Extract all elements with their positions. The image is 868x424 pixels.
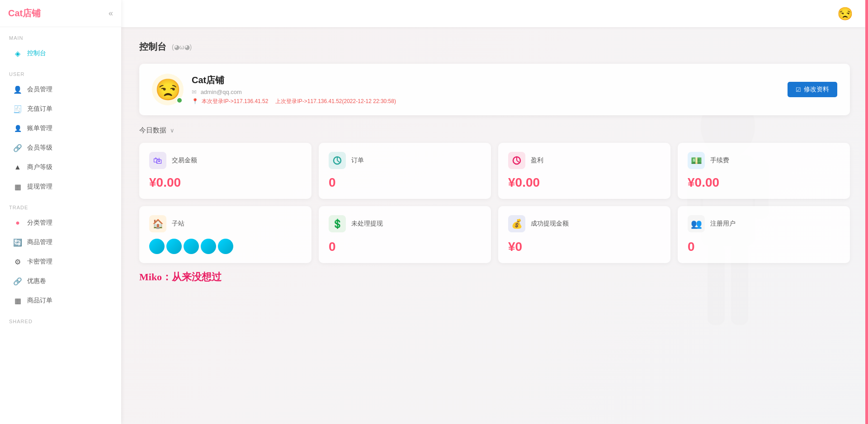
accounts-icon: 👤 xyxy=(13,123,23,133)
sidebar-collapse-button[interactable]: « xyxy=(108,9,113,18)
sidebar-item-members-label: 会员管理 xyxy=(27,85,52,94)
profile-online-indicator xyxy=(176,97,183,104)
success-withdraw-value: ¥0 xyxy=(508,240,660,254)
sidebar-item-orders[interactable]: ▦ 商品订单 xyxy=(4,291,118,310)
new-users-icon: 👥 xyxy=(688,215,705,232)
profile-card: 😒 Cat店铺 ✉ admin@qq.com 📍 本次登录IP->117.136… xyxy=(139,64,850,115)
profit-value: ¥0.00 xyxy=(508,175,660,190)
last-ip: 上次登录IP->117.136.41.52(2022-12-12 22:30:5… xyxy=(275,98,396,105)
sidebar-item-merchant-level[interactable]: ▲ 商户等级 xyxy=(4,158,118,177)
orders-stat-label: 订单 xyxy=(351,156,364,165)
orders-stat-icon xyxy=(329,152,346,169)
sidebar-item-withdraw-label: 提现管理 xyxy=(27,183,52,191)
new-users-label: 注册用户 xyxy=(710,220,736,228)
sidebar-item-cards[interactable]: ⚙ 卡密管理 xyxy=(4,252,118,271)
profile-info: Cat店铺 ✉ admin@qq.com 📍 本次登录IP->117.136.4… xyxy=(192,74,788,105)
sidebar-item-categories-label: 分类管理 xyxy=(27,219,52,227)
sidebar-item-dashboard-label: 控制台 xyxy=(27,49,46,57)
pending-withdraw-icon: 💲 xyxy=(329,215,346,232)
sidebar-item-dashboard[interactable]: ◈ 控制台 xyxy=(4,44,118,63)
current-ip: 📍 本次登录IP->117.136.41.52 xyxy=(192,98,268,105)
circle-5 xyxy=(218,239,233,254)
coupons-icon: 🔗 xyxy=(13,276,23,286)
sidebar-item-accounts[interactable]: 👤 账单管理 xyxy=(4,119,118,138)
withdraw-icon: ▦ xyxy=(13,182,23,192)
sidebar-header: Cat店铺 « xyxy=(0,0,121,27)
stat-card-header: 🏠 子站 xyxy=(149,215,302,232)
profit-label: 盈利 xyxy=(531,156,543,165)
sidebar-item-cards-label: 卡密管理 xyxy=(27,258,52,266)
orders-icon: ▦ xyxy=(13,296,23,306)
fee-label: 手续费 xyxy=(710,156,729,165)
stat-card-header: 订单 xyxy=(329,152,481,169)
categories-icon: ● xyxy=(13,218,23,228)
sidebar-item-member-level[interactable]: 🔗 会员等级 xyxy=(4,138,118,157)
cards-icon: ⚙ xyxy=(13,257,23,267)
sidebar-item-recharge-label: 充值订单 xyxy=(27,105,52,113)
topbar: 😒 xyxy=(121,0,868,27)
location-icon: 📍 xyxy=(192,98,198,104)
stat-card-trade-amount: 🛍 交易金额 ¥0.00 xyxy=(139,143,311,199)
substation-icon: 🏠 xyxy=(149,215,166,232)
pending-withdraw-value: 0 xyxy=(329,240,481,254)
marquee-section: Miko：从来没想过 xyxy=(139,270,850,284)
sidebar-section-shared: SHARED xyxy=(0,311,121,327)
right-edge-decoration xyxy=(865,0,868,424)
profile-name: Cat店铺 xyxy=(192,74,788,86)
stat-card-substation: 🏠 子站 xyxy=(139,206,311,263)
sidebar-item-coupons[interactable]: 🔗 优惠卷 xyxy=(4,272,118,291)
circle-1 xyxy=(149,239,165,254)
stat-card-orders: 订单 0 xyxy=(319,143,491,199)
recharge-icon: 🧾 xyxy=(13,104,23,114)
sidebar-nav: MAIN ◈ 控制台 USER 👤 会员管理 🧾 充值订单 👤 账单管理 🔗 会… xyxy=(0,27,121,424)
sidebar-item-withdraw[interactable]: ▦ 提现管理 xyxy=(4,177,118,196)
sidebar-section-main: MAIN xyxy=(0,27,121,43)
data-filter-label: 今日数据 xyxy=(139,126,166,135)
profile-ip: 📍 本次登录IP->117.136.41.52 上次登录IP->117.136.… xyxy=(192,98,788,105)
profile-email-text: admin@qq.com xyxy=(201,89,242,95)
page-header: 控制台 (◕ω◕) xyxy=(139,41,850,53)
mail-icon: ✉ xyxy=(192,89,197,95)
fee-value: ¥0.00 xyxy=(688,175,840,190)
stat-card-header: 💵 手续费 xyxy=(688,152,840,169)
trade-amount-icon: 🛍 xyxy=(149,152,166,169)
new-users-value: 0 xyxy=(688,240,840,254)
profile-avatar-wrap: 😒 xyxy=(152,74,184,105)
check-icon: ☑ xyxy=(796,86,801,93)
page-content: 控制台 (◕ω◕) 😒 Cat店铺 ✉ admin@qq.com 📍 xyxy=(121,27,868,424)
members-icon: 👤 xyxy=(13,85,23,94)
stats-row-2: 🏠 子站 💲 未处理提现 0 xyxy=(139,206,850,263)
stat-card-header: 👥 注册用户 xyxy=(688,215,840,232)
edit-profile-button[interactable]: ☑ 修改资料 xyxy=(788,82,837,97)
main-area: 😒 控制台 (◕ω◕) 😒 xyxy=(121,0,868,424)
fee-icon: 💵 xyxy=(688,152,705,169)
sidebar-item-orders-label: 商品订单 xyxy=(27,297,52,305)
stat-card-success-withdraw: 💰 成功提现金额 ¥0 xyxy=(498,206,670,263)
sidebar-item-products[interactable]: 🔄 商品管理 xyxy=(4,233,118,252)
profile-email: ✉ admin@qq.com xyxy=(192,89,788,95)
trade-amount-value: ¥0.00 xyxy=(149,175,302,190)
success-withdraw-icon: 💰 xyxy=(508,215,525,232)
sidebar-item-coupons-label: 优惠卷 xyxy=(27,277,46,285)
orders-stat-value: 0 xyxy=(329,175,481,190)
topbar-avatar[interactable]: 😒 xyxy=(835,4,854,23)
chevron-down-icon[interactable]: ∨ xyxy=(170,127,175,134)
substation-circles xyxy=(149,239,302,254)
sidebar: Cat店铺 « MAIN ◈ 控制台 USER 👤 会员管理 🧾 充值订单 👤 … xyxy=(0,0,121,424)
member-level-icon: 🔗 xyxy=(13,143,23,153)
sidebar-item-members[interactable]: 👤 会员管理 xyxy=(4,80,118,99)
sidebar-item-categories[interactable]: ● 分类管理 xyxy=(4,213,118,232)
topbar-avatar-emoji: 😒 xyxy=(837,6,853,21)
merchant-level-icon: ▲ xyxy=(13,162,23,172)
circle-2 xyxy=(166,239,182,254)
substation-label: 子站 xyxy=(172,220,184,228)
sidebar-item-products-label: 商品管理 xyxy=(27,238,52,246)
page-subtitle: (◕ω◕) xyxy=(172,43,192,51)
sidebar-logo: Cat店铺 xyxy=(8,7,41,19)
profit-icon xyxy=(508,152,525,169)
stat-card-header: 💲 未处理提现 xyxy=(329,215,481,232)
sidebar-item-recharge[interactable]: 🧾 充值订单 xyxy=(4,99,118,118)
pending-withdraw-label: 未处理提现 xyxy=(351,220,383,228)
sidebar-section-trade: TRADE xyxy=(0,197,121,213)
stat-card-fee: 💵 手续费 ¥0.00 xyxy=(678,143,850,199)
